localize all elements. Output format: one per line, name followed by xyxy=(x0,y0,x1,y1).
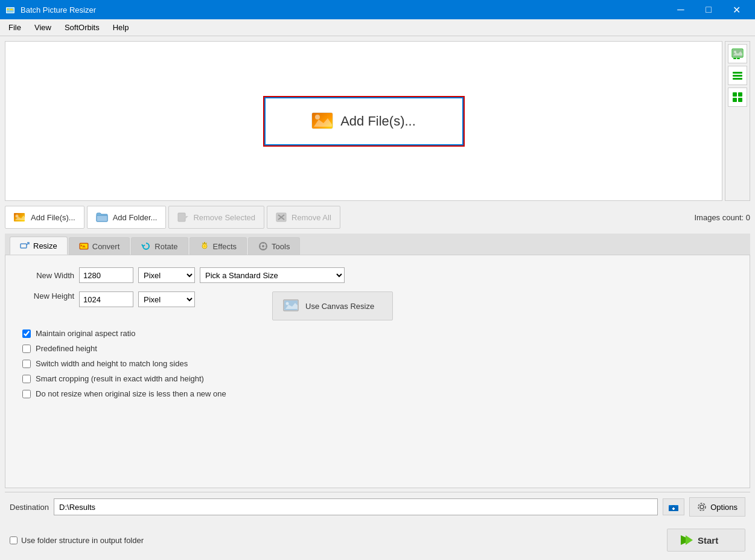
new-width-label: New Width xyxy=(20,271,74,280)
tab-effects-label: Effects xyxy=(213,242,237,251)
svg-point-56 xyxy=(700,505,704,509)
add-files-center-label: Add File(s)... xyxy=(340,113,416,129)
images-count-value: 0 xyxy=(746,213,750,222)
svg-point-4 xyxy=(7,8,9,10)
no-resize-label: Do not resize when original size is less… xyxy=(36,389,226,398)
use-canvas-resize-button[interactable]: Use Canvas Resize xyxy=(272,291,393,320)
view-panel xyxy=(725,41,750,201)
view-list-button[interactable] xyxy=(728,66,747,85)
remove-selected-label: Remove Selected xyxy=(193,213,255,222)
svg-point-43 xyxy=(262,245,264,247)
start-button[interactable]: Start xyxy=(667,529,745,552)
switch-wh-label: Switch width and height to match long si… xyxy=(36,359,188,368)
svg-rect-26 xyxy=(178,213,185,221)
view-thumbnails-button[interactable] xyxy=(728,44,747,63)
svg-rect-14 xyxy=(737,58,740,59)
tab-effects[interactable]: Effects xyxy=(190,237,247,255)
image-panel-wrapper: Add File(s)... xyxy=(5,41,750,201)
svg-line-32 xyxy=(27,243,28,245)
close-button[interactable]: ✕ xyxy=(722,0,750,19)
svg-rect-20 xyxy=(733,98,737,102)
maximize-button[interactable]: □ xyxy=(695,0,722,19)
app-icon xyxy=(5,4,16,15)
svg-rect-17 xyxy=(733,78,742,80)
svg-rect-31 xyxy=(21,244,27,248)
smart-crop-checkbox[interactable] xyxy=(22,375,31,383)
add-folder-button[interactable]: Add Folder... xyxy=(87,206,167,229)
menu-softorbits[interactable]: SoftOrbits xyxy=(59,21,106,34)
tab-convert[interactable]: Convert xyxy=(69,237,130,255)
maintain-aspect-label: Maintain original aspect ratio xyxy=(36,329,135,338)
new-height-label: New Height xyxy=(20,291,74,301)
tabs-bar: Resize Convert Rotate xyxy=(5,234,750,255)
svg-point-24 xyxy=(16,215,19,218)
standard-size-select[interactable]: Pick a Standard Size 640x480 800x600 102… xyxy=(200,267,345,283)
add-files-icon xyxy=(14,212,26,223)
new-width-input[interactable] xyxy=(79,267,133,283)
browse-icon xyxy=(668,501,679,512)
smart-crop-label: Smart cropping (result in exact width an… xyxy=(36,374,204,383)
toolbar: Add File(s)... Add Folder... Remove Sele… xyxy=(5,205,750,230)
svg-point-8 xyxy=(315,115,320,119)
remove-selected-icon xyxy=(177,212,188,222)
smart-crop-row: Smart cropping (result in exact width an… xyxy=(20,374,735,383)
svg-point-41 xyxy=(203,245,206,247)
add-files-center-button[interactable]: Add File(s)... xyxy=(264,97,464,145)
tools-tab-icon xyxy=(258,241,268,251)
svg-rect-18 xyxy=(733,92,737,97)
folder-icon xyxy=(96,212,108,222)
svg-point-57 xyxy=(698,503,706,511)
new-height-unit-select[interactable]: Pixel Percent Centimeter Inch xyxy=(138,291,195,307)
svg-point-36 xyxy=(80,245,82,247)
no-resize-checkbox[interactable] xyxy=(22,390,31,398)
remove-selected-button[interactable]: Remove Selected xyxy=(168,206,264,229)
tab-rotate-label: Rotate xyxy=(155,242,177,251)
menu-file[interactable]: File xyxy=(2,21,27,34)
tab-resize[interactable]: Resize xyxy=(10,237,68,255)
svg-rect-15 xyxy=(733,72,742,74)
folder-structure-row: Use folder structure in output folder xyxy=(10,536,144,545)
add-files-button[interactable]: Add File(s)... xyxy=(5,206,84,229)
menubar: File View SoftOrbits Help xyxy=(0,19,755,36)
view-grid-button[interactable] xyxy=(728,88,747,107)
convert-tab-icon xyxy=(79,241,89,251)
options-button[interactable]: Options xyxy=(689,497,745,517)
switch-wh-checkbox[interactable] xyxy=(22,360,31,368)
switch-wh-row: Switch width and height to match long si… xyxy=(20,359,735,368)
start-label: Start xyxy=(698,535,718,546)
main-container: Add File(s)... xyxy=(0,36,755,560)
no-resize-row: Do not resize when original size is less… xyxy=(20,389,735,398)
svg-rect-13 xyxy=(733,58,736,59)
canvas-icon xyxy=(282,299,299,313)
new-width-row: New Width Pixel Percent Centimeter Inch … xyxy=(20,267,735,283)
destination-bar: Destination Options xyxy=(5,492,750,521)
image-icon-center xyxy=(311,112,333,130)
tab-resize-label: Resize xyxy=(33,241,57,250)
window-controls: ─ □ ✕ xyxy=(667,0,750,19)
list-icon xyxy=(731,69,744,81)
destination-browse-button[interactable] xyxy=(663,498,684,515)
new-height-input[interactable] xyxy=(79,291,133,307)
options-label: Options xyxy=(710,503,737,512)
menu-view[interactable]: View xyxy=(28,21,57,34)
use-folder-structure-checkbox[interactable] xyxy=(10,536,18,544)
predefined-height-label: Predefined height xyxy=(36,344,97,353)
tab-rotate[interactable]: Rotate xyxy=(131,237,188,255)
tab-convert-label: Convert xyxy=(92,242,120,251)
destination-path-input[interactable] xyxy=(54,498,658,515)
predefined-height-checkbox[interactable] xyxy=(22,345,31,353)
remove-all-icon xyxy=(276,212,287,222)
minimize-button[interactable]: ─ xyxy=(667,0,695,19)
menu-help[interactable]: Help xyxy=(107,21,135,34)
titlebar: Batch Picture Resizer ─ □ ✕ xyxy=(0,0,755,19)
thumbnails-icon xyxy=(731,48,744,60)
tab-tools[interactable]: Tools xyxy=(248,237,300,255)
bottom-bar: Use folder structure in output folder St… xyxy=(5,525,750,555)
destination-label: Destination xyxy=(10,503,49,512)
resize-tab-content: New Width Pixel Percent Centimeter Inch … xyxy=(5,255,750,488)
new-width-unit-select[interactable]: Pixel Percent Centimeter Inch xyxy=(138,267,195,283)
start-icon xyxy=(680,534,693,546)
effects-tab-icon xyxy=(200,241,209,251)
maintain-aspect-checkbox[interactable] xyxy=(22,329,31,338)
remove-all-button[interactable]: Remove All xyxy=(267,206,340,229)
